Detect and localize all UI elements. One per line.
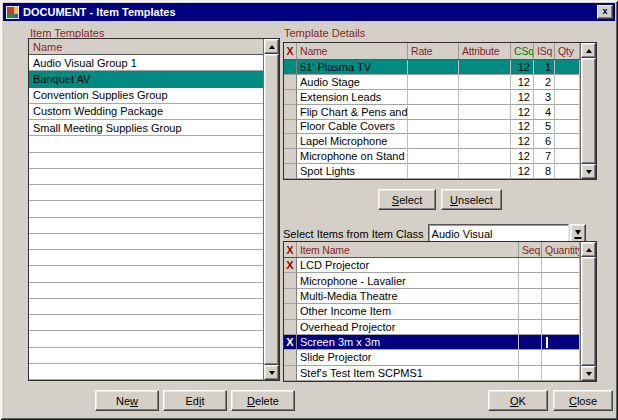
quantity-cell[interactable] — [542, 258, 580, 273]
new-button[interactable]: New — [95, 390, 159, 411]
scrollbar[interactable] — [580, 242, 596, 381]
item-row[interactable]: Other Income Item — [284, 304, 580, 319]
column-header-csq: CSq — [511, 43, 534, 59]
close-icon[interactable]: x — [597, 5, 613, 19]
template-detail-row[interactable]: Audio Stage122 — [284, 75, 580, 90]
template-detail-row[interactable]: Extension Leads123 — [284, 90, 580, 105]
item-row[interactable]: XLCD Projector — [284, 258, 580, 273]
row-selector-cell[interactable] — [284, 273, 297, 288]
seq-cell[interactable] — [519, 350, 542, 365]
scrollbar-thumb[interactable] — [264, 54, 279, 365]
row-selector-cell[interactable] — [284, 289, 297, 304]
scroll-up-button[interactable] — [581, 242, 596, 257]
template-list-item[interactable]: Small Meeting Supplies Group — [29, 120, 263, 136]
name-cell: Flip Chart & Pens and penc — [297, 105, 408, 120]
scrollbar-track[interactable] — [581, 257, 596, 366]
attribute-cell — [459, 90, 511, 105]
row-selector-cell[interactable] — [284, 75, 297, 90]
item-row[interactable]: Stef's Test Item SCPMS1 — [284, 366, 580, 381]
empty-list-row — [29, 266, 263, 282]
row-selector-cell[interactable]: X — [284, 258, 297, 273]
row-selector-cell[interactable] — [284, 60, 297, 75]
seq-cell[interactable] — [519, 366, 542, 381]
empty-list-row — [29, 218, 263, 234]
item-row[interactable]: XScreen 3m x 3m — [284, 335, 580, 350]
template-detail-row[interactable]: Floor Cable Covers125 — [284, 120, 580, 135]
title-bar[interactable]: DOCUMENT - Item Templates x — [3, 3, 615, 21]
quantity-cell[interactable] — [542, 366, 580, 381]
template-detail-row[interactable]: Microphone on Stand127 — [284, 149, 580, 164]
scrollbar[interactable] — [263, 39, 279, 380]
select-button[interactable]: Select — [378, 189, 436, 210]
seq-cell[interactable] — [519, 304, 542, 319]
triangle-up-icon — [586, 248, 592, 252]
quantity-cell[interactable] — [542, 273, 580, 288]
row-selector-cell[interactable] — [284, 164, 297, 179]
column-header-rate: Rate — [408, 43, 459, 59]
seq-cell[interactable] — [519, 289, 542, 304]
template-detail-row[interactable]: Lapel Microphone126 — [284, 134, 580, 149]
row-selector-cell[interactable] — [284, 320, 297, 335]
row-selector-cell[interactable] — [284, 350, 297, 365]
row-selector-cell[interactable] — [284, 304, 297, 319]
row-selector-cell[interactable] — [284, 120, 297, 135]
item-row[interactable]: Slide Projector — [284, 350, 580, 365]
qty-cell — [555, 120, 580, 135]
name-cell: Spot Lights — [297, 164, 408, 179]
edit-button[interactable]: Edit — [163, 390, 227, 411]
scroll-down-button[interactable] — [264, 365, 279, 380]
quantity-cell[interactable] — [542, 350, 580, 365]
scrollbar-thumb[interactable] — [581, 58, 596, 164]
row-selector-cell[interactable] — [284, 134, 297, 149]
items-table: X Item Name Seq. Quantity XLCD Projector… — [283, 241, 597, 382]
row-selector-cell[interactable] — [284, 366, 297, 381]
column-header-x: X — [284, 43, 297, 59]
quantity-cell[interactable] — [542, 289, 580, 304]
seq-cell[interactable] — [519, 320, 542, 335]
rate-cell — [408, 164, 459, 179]
scrollbar-track[interactable] — [264, 54, 279, 365]
column-header-attribute: Attribute — [459, 43, 511, 59]
row-selector-cell[interactable] — [284, 90, 297, 105]
triangle-down-icon — [586, 170, 592, 174]
template-detail-row[interactable]: Flip Chart & Pens and penc124 — [284, 105, 580, 120]
scroll-down-button[interactable] — [581, 164, 596, 179]
quantity-cell[interactable] — [542, 335, 580, 350]
scrollbar-thumb[interactable] — [581, 257, 596, 366]
scroll-up-button[interactable] — [264, 39, 279, 54]
delete-button[interactable]: Delete — [231, 390, 295, 411]
row-selector-cell[interactable] — [284, 149, 297, 164]
qty-cell — [555, 75, 580, 90]
seq-cell[interactable] — [519, 335, 542, 350]
row-selector-cell[interactable]: X — [284, 335, 297, 350]
seq-cell[interactable] — [519, 273, 542, 288]
template-detail-row[interactable]: 51' Plasma TV121 — [284, 60, 580, 75]
scroll-up-button[interactable] — [581, 43, 596, 58]
item-row[interactable]: Multi-Media Theatre — [284, 289, 580, 304]
csq-cell: 12 — [511, 134, 534, 149]
row-selector-cell[interactable] — [284, 105, 297, 120]
attribute-cell — [459, 105, 511, 120]
quantity-cell[interactable] — [542, 304, 580, 319]
template-list-item[interactable]: Convention Supplies Group — [29, 88, 263, 104]
quantity-cell[interactable] — [542, 320, 580, 335]
item-name-cell: Microphone - Lavalier — [297, 273, 519, 288]
template-details-body: X Name Rate Attribute CSq ISq Qty 51' Pl… — [284, 43, 580, 179]
template-list-item[interactable]: Audio Visual Group 1 — [29, 55, 263, 71]
items-table-header: X Item Name Seq. Quantity — [284, 242, 580, 258]
scroll-down-button[interactable] — [581, 366, 596, 381]
seq-cell[interactable] — [519, 258, 542, 273]
template-list-item[interactable]: Custom Wedding Package — [29, 104, 263, 120]
unselect-button[interactable]: Unselect — [441, 189, 502, 210]
ok-button[interactable]: OK — [488, 390, 548, 411]
template-list-item[interactable]: Banquet AV — [29, 71, 263, 87]
scrollbar[interactable] — [580, 43, 596, 179]
rate-cell — [408, 105, 459, 120]
close-button[interactable]: Close — [553, 390, 613, 411]
item-name-cell: Multi-Media Theatre — [297, 289, 519, 304]
item-row[interactable]: Microphone - Lavalier — [284, 273, 580, 288]
template-detail-row[interactable]: Spot Lights128 — [284, 164, 580, 179]
item-row[interactable]: Overhead Projector — [284, 320, 580, 335]
scrollbar-track[interactable] — [581, 58, 596, 164]
dropdown-bar-icon — [574, 237, 581, 239]
